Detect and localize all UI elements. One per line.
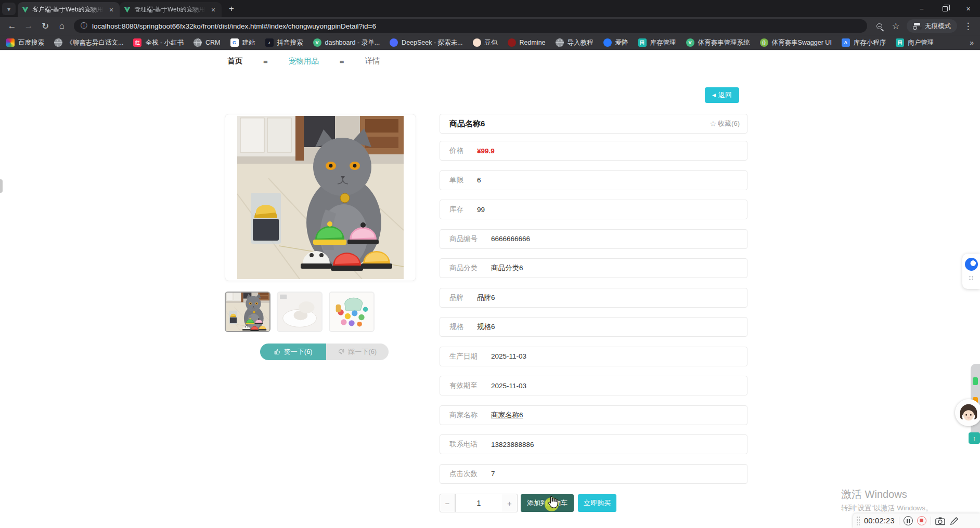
field-value[interactable]: 商家名称6 xyxy=(491,411,523,420)
stop-record-icon[interactable] xyxy=(917,516,926,525)
reload-icon[interactable]: ↻ xyxy=(37,19,53,33)
bookmark-item[interactable]: 爱降 xyxy=(603,38,628,47)
nav-item-home[interactable]: 首页 xyxy=(227,56,242,66)
tab-admin[interactable]: 管理端-基于Web的宠物用品交 × xyxy=(120,2,222,17)
tunnel-photo xyxy=(278,293,321,331)
site-info-icon[interactable]: ⓘ xyxy=(81,21,87,31)
pause-icon[interactable] xyxy=(904,516,913,525)
site-builder-icon: G xyxy=(230,38,239,47)
assistant-logo-icon[interactable] xyxy=(965,258,978,271)
screen-recorder-bar: 00:02:23 xyxy=(853,513,980,528)
vote-pill: 赞一下(6) 踩一下(6) xyxy=(260,344,389,360)
favorite-button[interactable]: ☆ 收藏(6) xyxy=(710,119,740,128)
quantity-minus-button[interactable]: − xyxy=(440,494,455,512)
field-value: 6666666666 xyxy=(491,235,530,243)
bookmark-item[interactable]: DeepSeek - 探索未... xyxy=(390,38,462,47)
aijiang-icon xyxy=(603,38,612,47)
page-content: 首页 ≡ 宠物用品 ≡ 详情 ◀ 返回 xyxy=(0,50,980,528)
bookmark-item[interactable]: 百度搜索 xyxy=(6,38,44,47)
tab-client[interactable]: 客户端-基于Web的宠物用品交 × xyxy=(18,2,120,17)
camera-icon[interactable] xyxy=(935,517,945,525)
home-icon[interactable]: ⌂ xyxy=(54,19,70,33)
field-value: 规格6 xyxy=(477,322,495,332)
quantity-input[interactable] xyxy=(455,494,502,512)
nav-item-pet-products[interactable]: 宠物用品 xyxy=(289,56,319,66)
bookmark-label: 建站 xyxy=(242,38,255,47)
pencil-icon[interactable] xyxy=(949,517,959,525)
bookmark-item[interactable]: Vdashboard - 录单... xyxy=(313,38,380,47)
bookmark-label: 《聊斋志异白话文... xyxy=(66,38,123,47)
close-icon[interactable]: × xyxy=(107,6,115,14)
quantity-plus-button[interactable]: + xyxy=(502,494,518,512)
product-detail: 商品名称6 ☆ 收藏(6) 价格¥99.9单限6库存99商品编号66666666… xyxy=(440,114,747,513)
screen: ▾ 客户端-基于Web的宠物用品交 × 管理端-基于Web的宠物用品交 × + … xyxy=(0,0,980,528)
thumbnail-3[interactable] xyxy=(329,292,375,332)
bookmark-item[interactable]: G建站 xyxy=(230,38,255,47)
bookmarks-overflow-icon[interactable]: » xyxy=(970,38,974,47)
windows-activation-watermark: 激活 Windows 转到“设置”以激活 Windows。 xyxy=(841,487,933,513)
cat-photo xyxy=(237,116,404,279)
field-row: 单限6 xyxy=(440,170,747,190)
forward-nav-icon[interactable]: → xyxy=(21,19,36,33)
field-row: 商品编号6666666666 xyxy=(440,229,747,249)
tab-search-icon[interactable]: ▾ xyxy=(2,3,16,15)
field-label: 商品分类 xyxy=(449,263,478,273)
bookmark-label: dashboard - 录单... xyxy=(325,38,380,47)
field-row: 价格¥99.9 xyxy=(440,141,747,161)
field-value: ¥99.9 xyxy=(477,147,495,155)
bookmark-label: DeepSeek - 探索未... xyxy=(402,38,462,47)
globe-icon xyxy=(194,38,202,47)
new-tab-button[interactable]: + xyxy=(225,2,238,16)
thumbnail-1[interactable] xyxy=(225,292,270,332)
back-nav-icon[interactable]: ← xyxy=(4,19,20,33)
field-label: 有效期至 xyxy=(449,381,478,390)
bookmark-item[interactable]: 《聊斋志异白话文... xyxy=(54,38,123,47)
back-button[interactable]: ◀ 返回 xyxy=(705,87,739,103)
nav-item-detail[interactable]: 详情 xyxy=(365,56,380,66)
menu-kebab-icon[interactable]: ⋮ xyxy=(960,19,976,33)
field-value: 商品分类6 xyxy=(491,263,523,273)
bookmark-item[interactable]: ♪抖音搜索 xyxy=(265,38,303,47)
assistant-widget[interactable] xyxy=(962,254,980,289)
address-bar[interactable]: ⓘ localhost:8080/springboot66fx32ko/fron… xyxy=(74,19,867,33)
bookmark-label: 抖音搜索 xyxy=(277,38,303,47)
bookmark-item[interactable]: V体育赛事管理系统 xyxy=(686,38,750,47)
recorder-drag-handle[interactable] xyxy=(856,516,860,525)
bookmark-item[interactable]: {}体育赛事Swagger UI xyxy=(760,38,832,47)
thumbnail-2[interactable] xyxy=(277,292,323,332)
bookmark-item[interactable]: 田商户管理 xyxy=(896,38,934,47)
vue-icon xyxy=(22,7,29,13)
redmine-icon xyxy=(508,38,516,47)
bookmark-item[interactable]: Redmine xyxy=(508,38,546,47)
bookmark-item[interactable]: 导入教程 xyxy=(556,38,594,47)
bookmark-item[interactable]: A库存小程序 xyxy=(842,38,886,47)
minimize-button[interactable]: − xyxy=(910,0,933,17)
inventory-admin-icon: 田 xyxy=(638,38,647,47)
assistant-avatar[interactable] xyxy=(955,399,980,426)
dislike-button[interactable]: 踩一下(6) xyxy=(326,344,389,360)
close-icon[interactable]: × xyxy=(209,6,217,14)
field-row: 品牌品牌6 xyxy=(440,288,747,308)
bookmark-item[interactable]: 豆包 xyxy=(473,38,498,47)
field-row: 点击次数7 xyxy=(440,464,747,484)
bookmark-item[interactable]: 田库存管理 xyxy=(638,38,676,47)
product-main-image[interactable] xyxy=(225,114,416,281)
restore-button[interactable] xyxy=(933,0,957,17)
zoom-icon[interactable] xyxy=(871,19,887,33)
product-title: 商品名称6 xyxy=(449,119,485,129)
close-window-button[interactable]: × xyxy=(957,0,980,17)
bookmark-star-icon[interactable]: ☆ xyxy=(888,19,904,33)
avatar-action-chip[interactable]: ↑ xyxy=(969,432,980,444)
deepseek-icon xyxy=(390,38,398,47)
bookmark-label: 豆包 xyxy=(485,38,498,47)
bookmark-item[interactable]: CRM xyxy=(194,38,220,47)
cursor-hand-icon xyxy=(547,495,559,509)
buy-now-button[interactable]: 立即购买 xyxy=(578,494,616,512)
field-label: 商家名称 xyxy=(449,411,478,420)
drag-handle-icon[interactable] xyxy=(969,275,974,281)
bookmark-item[interactable]: 红全栈 - 小红书 xyxy=(133,38,184,47)
like-button[interactable]: 赞一下(6) xyxy=(260,344,326,360)
left-edge-handle[interactable] xyxy=(0,179,3,193)
bookmark-label: CRM xyxy=(205,39,220,46)
tab-strip: ▾ 客户端-基于Web的宠物用品交 × 管理端-基于Web的宠物用品交 × + … xyxy=(0,0,980,17)
